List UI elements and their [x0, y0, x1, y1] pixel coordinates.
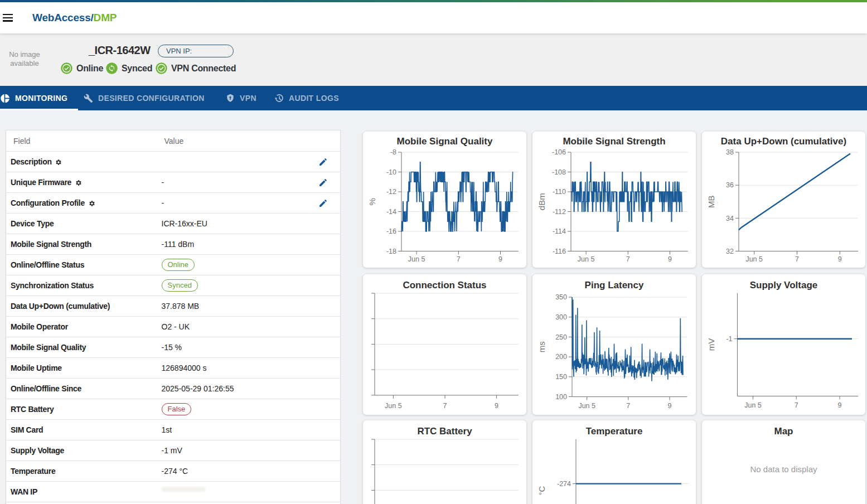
svg-text:-116: -116: [553, 248, 566, 255]
svg-text:9: 9: [495, 402, 498, 410]
svg-text:32: 32: [726, 248, 734, 255]
svg-text:9: 9: [498, 255, 502, 263]
svg-text:350: 350: [555, 293, 567, 301]
svg-text:7: 7: [626, 402, 630, 410]
svg-text:-106: -106: [552, 148, 566, 156]
svg-text:MB: MB: [706, 196, 716, 209]
svg-text:Jun 5: Jun 5: [385, 402, 402, 410]
svg-text:200: 200: [555, 353, 567, 361]
svg-text:mV: mV: [706, 338, 716, 351]
svg-text:Jun 5: Jun 5: [745, 255, 763, 263]
svg-text:Jun 5: Jun 5: [578, 255, 595, 263]
svg-text:-10: -10: [386, 168, 396, 176]
svg-text:7: 7: [457, 255, 461, 263]
svg-text:%: %: [367, 198, 377, 205]
svg-text:-16: -16: [386, 227, 396, 235]
svg-text:ms: ms: [537, 341, 546, 352]
svg-text:250: 250: [555, 333, 567, 341]
svg-text:°C: °C: [537, 486, 546, 496]
svg-text:Jun 5: Jun 5: [744, 401, 762, 409]
svg-text:38: 38: [726, 148, 734, 156]
svg-text:9: 9: [838, 255, 842, 263]
svg-text:7: 7: [443, 402, 447, 410]
svg-text:34: 34: [726, 215, 734, 222]
svg-text:7: 7: [795, 255, 799, 263]
svg-text:7: 7: [626, 255, 630, 263]
svg-text:9: 9: [668, 402, 672, 410]
svg-text:300: 300: [555, 313, 567, 321]
svg-text:9: 9: [838, 401, 842, 409]
svg-text:150: 150: [555, 373, 567, 381]
svg-text:-112: -112: [553, 208, 566, 216]
svg-text:9: 9: [668, 255, 672, 263]
svg-text:-114: -114: [553, 227, 566, 235]
svg-text:Jun 5: Jun 5: [408, 255, 425, 263]
svg-text:-18: -18: [386, 248, 396, 255]
svg-text:-108: -108: [552, 168, 566, 176]
svg-text:-12: -12: [386, 188, 396, 196]
svg-text:-8: -8: [390, 148, 396, 156]
svg-text:-1: -1: [726, 335, 732, 343]
svg-text:Jun 5: Jun 5: [578, 402, 595, 410]
svg-text:-274: -274: [557, 480, 571, 488]
svg-text:-14: -14: [386, 208, 396, 216]
svg-text:36: 36: [726, 181, 734, 189]
svg-text:100: 100: [555, 393, 567, 401]
svg-text:dBm: dBm: [537, 193, 546, 210]
svg-text:7: 7: [795, 401, 798, 409]
svg-text:-110: -110: [553, 188, 566, 196]
